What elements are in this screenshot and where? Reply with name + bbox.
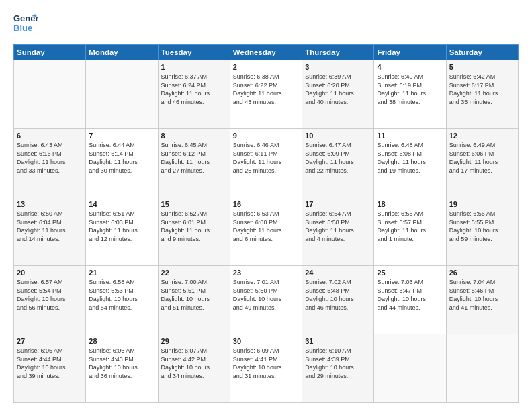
calendar-day-2: 2Sunrise: 6:38 AM Sunset: 6:22 PM Daylig… bbox=[230, 60, 302, 129]
day-number: 10 bbox=[305, 132, 371, 140]
day-info: Sunrise: 6:51 AM Sunset: 6:03 PM Dayligh… bbox=[89, 210, 154, 243]
day-number: 19 bbox=[449, 200, 515, 208]
day-info: Sunrise: 6:46 AM Sunset: 6:11 PM Dayligh… bbox=[233, 141, 299, 175]
calendar-day-1: 1Sunrise: 6:37 AM Sunset: 6:24 PM Daylig… bbox=[158, 60, 230, 129]
calendar-day-20: 20Sunrise: 6:57 AM Sunset: 5:54 PM Dayli… bbox=[14, 266, 86, 334]
calendar-day-14: 14Sunrise: 6:51 AM Sunset: 6:03 PM Dayli… bbox=[86, 197, 158, 266]
day-info: Sunrise: 6:39 AM Sunset: 6:20 PM Dayligh… bbox=[305, 73, 371, 106]
calendar-week-3: 13Sunrise: 6:50 AM Sunset: 6:04 PM Dayli… bbox=[14, 197, 519, 266]
calendar-day-30: 30Sunrise: 6:09 AM Sunset: 4:41 PM Dayli… bbox=[230, 334, 302, 403]
calendar-day-3: 3Sunrise: 6:39 AM Sunset: 6:20 PM Daylig… bbox=[302, 60, 374, 129]
day-number: 26 bbox=[449, 269, 515, 277]
calendar-day-12: 12Sunrise: 6:49 AM Sunset: 6:06 PM Dayli… bbox=[446, 129, 518, 197]
calendar-day-31: 31Sunrise: 6:10 AM Sunset: 4:39 PM Dayli… bbox=[302, 334, 374, 403]
day-number: 31 bbox=[305, 337, 371, 345]
day-number: 9 bbox=[233, 132, 299, 140]
header-thursday: Thursday bbox=[302, 45, 374, 60]
calendar-empty bbox=[14, 60, 86, 129]
day-info: Sunrise: 6:44 AM Sunset: 6:14 PM Dayligh… bbox=[89, 141, 154, 175]
day-number: 14 bbox=[89, 200, 154, 208]
day-number: 18 bbox=[377, 200, 443, 208]
calendar-day-19: 19Sunrise: 6:56 AM Sunset: 5:55 PM Dayli… bbox=[446, 197, 518, 266]
day-number: 30 bbox=[233, 337, 299, 345]
day-info: Sunrise: 6:40 AM Sunset: 6:19 PM Dayligh… bbox=[377, 73, 443, 106]
calendar-day-21: 21Sunrise: 6:58 AM Sunset: 5:53 PM Dayli… bbox=[86, 266, 158, 334]
day-info: Sunrise: 6:42 AM Sunset: 6:17 PM Dayligh… bbox=[449, 73, 515, 106]
calendar-week-4: 20Sunrise: 6:57 AM Sunset: 5:54 PM Dayli… bbox=[14, 266, 519, 334]
day-info: Sunrise: 6:53 AM Sunset: 6:00 PM Dayligh… bbox=[233, 210, 299, 243]
day-number: 17 bbox=[305, 200, 371, 208]
calendar-header-row: SundayMondayTuesdayWednesdayThursdayFrid… bbox=[14, 45, 519, 60]
day-info: Sunrise: 6:45 AM Sunset: 6:12 PM Dayligh… bbox=[161, 141, 227, 175]
day-info: Sunrise: 6:52 AM Sunset: 6:01 PM Dayligh… bbox=[161, 210, 227, 243]
calendar-day-8: 8Sunrise: 6:45 AM Sunset: 6:12 PM Daylig… bbox=[158, 129, 230, 197]
day-info: Sunrise: 6:06 AM Sunset: 4:43 PM Dayligh… bbox=[89, 347, 154, 380]
day-info: Sunrise: 6:49 AM Sunset: 6:06 PM Dayligh… bbox=[449, 141, 515, 175]
day-number: 11 bbox=[377, 132, 443, 140]
calendar-day-24: 24Sunrise: 7:02 AM Sunset: 5:48 PM Dayli… bbox=[302, 266, 374, 334]
calendar-week-1: 1Sunrise: 6:37 AM Sunset: 6:24 PM Daylig… bbox=[14, 60, 519, 129]
logo: General Blue bbox=[13, 11, 38, 38]
day-number: 7 bbox=[89, 132, 154, 140]
calendar-day-16: 16Sunrise: 6:53 AM Sunset: 6:00 PM Dayli… bbox=[230, 197, 302, 266]
day-info: Sunrise: 6:54 AM Sunset: 5:58 PM Dayligh… bbox=[305, 210, 371, 243]
header-saturday: Saturday bbox=[446, 45, 518, 60]
day-number: 13 bbox=[17, 200, 83, 208]
calendar-day-6: 6Sunrise: 6:43 AM Sunset: 6:16 PM Daylig… bbox=[14, 129, 86, 197]
day-number: 5 bbox=[449, 63, 515, 71]
calendar-day-5: 5Sunrise: 6:42 AM Sunset: 6:17 PM Daylig… bbox=[446, 60, 518, 129]
day-number: 27 bbox=[17, 337, 83, 345]
calendar-day-26: 26Sunrise: 7:04 AM Sunset: 5:46 PM Dayli… bbox=[446, 266, 518, 334]
calendar-day-27: 27Sunrise: 6:05 AM Sunset: 4:44 PM Dayli… bbox=[14, 334, 86, 403]
header-sunday: Sunday bbox=[14, 45, 86, 60]
day-number: 29 bbox=[161, 337, 227, 345]
calendar-week-2: 6Sunrise: 6:43 AM Sunset: 6:16 PM Daylig… bbox=[14, 129, 519, 197]
logo-icon: General Blue bbox=[13, 11, 38, 35]
day-info: Sunrise: 7:02 AM Sunset: 5:48 PM Dayligh… bbox=[305, 278, 371, 312]
day-number: 12 bbox=[449, 132, 515, 140]
day-info: Sunrise: 6:55 AM Sunset: 5:57 PM Dayligh… bbox=[377, 210, 443, 243]
calendar-day-22: 22Sunrise: 7:00 AM Sunset: 5:51 PM Dayli… bbox=[158, 266, 230, 334]
day-number: 24 bbox=[305, 269, 371, 277]
day-info: Sunrise: 7:03 AM Sunset: 5:47 PM Dayligh… bbox=[377, 278, 443, 312]
calendar-day-7: 7Sunrise: 6:44 AM Sunset: 6:14 PM Daylig… bbox=[86, 129, 158, 197]
day-number: 4 bbox=[377, 63, 443, 71]
calendar-empty bbox=[374, 334, 446, 403]
day-number: 25 bbox=[377, 269, 443, 277]
day-number: 15 bbox=[161, 200, 227, 208]
header-tuesday: Tuesday bbox=[158, 45, 230, 60]
day-info: Sunrise: 6:50 AM Sunset: 6:04 PM Dayligh… bbox=[17, 210, 83, 243]
calendar-empty bbox=[86, 60, 158, 129]
calendar-day-10: 10Sunrise: 6:47 AM Sunset: 6:09 PM Dayli… bbox=[302, 129, 374, 197]
day-info: Sunrise: 6:43 AM Sunset: 6:16 PM Dayligh… bbox=[17, 141, 83, 175]
day-number: 8 bbox=[161, 132, 227, 140]
day-info: Sunrise: 6:07 AM Sunset: 4:42 PM Dayligh… bbox=[161, 347, 227, 380]
header: General Blue bbox=[13, 11, 519, 38]
day-info: Sunrise: 6:05 AM Sunset: 4:44 PM Dayligh… bbox=[17, 347, 83, 380]
calendar-day-4: 4Sunrise: 6:40 AM Sunset: 6:19 PM Daylig… bbox=[374, 60, 446, 129]
header-monday: Monday bbox=[86, 45, 158, 60]
calendar-day-23: 23Sunrise: 7:01 AM Sunset: 5:50 PM Dayli… bbox=[230, 266, 302, 334]
day-number: 3 bbox=[305, 63, 371, 71]
svg-text:Blue: Blue bbox=[13, 23, 32, 33]
day-info: Sunrise: 6:47 AM Sunset: 6:09 PM Dayligh… bbox=[305, 141, 371, 175]
day-info: Sunrise: 7:00 AM Sunset: 5:51 PM Dayligh… bbox=[161, 278, 227, 312]
calendar-day-9: 9Sunrise: 6:46 AM Sunset: 6:11 PM Daylig… bbox=[230, 129, 302, 197]
day-info: Sunrise: 7:04 AM Sunset: 5:46 PM Dayligh… bbox=[449, 278, 515, 312]
day-number: 28 bbox=[89, 337, 154, 345]
day-number: 1 bbox=[161, 63, 227, 71]
day-info: Sunrise: 6:38 AM Sunset: 6:22 PM Dayligh… bbox=[233, 73, 299, 106]
day-info: Sunrise: 6:09 AM Sunset: 4:41 PM Dayligh… bbox=[233, 347, 299, 380]
day-info: Sunrise: 7:01 AM Sunset: 5:50 PM Dayligh… bbox=[233, 278, 299, 312]
day-number: 2 bbox=[233, 63, 299, 71]
calendar-week-5: 27Sunrise: 6:05 AM Sunset: 4:44 PM Dayli… bbox=[14, 334, 519, 403]
calendar-day-18: 18Sunrise: 6:55 AM Sunset: 5:57 PM Dayli… bbox=[374, 197, 446, 266]
calendar-day-17: 17Sunrise: 6:54 AM Sunset: 5:58 PM Dayli… bbox=[302, 197, 374, 266]
day-info: Sunrise: 6:48 AM Sunset: 6:08 PM Dayligh… bbox=[377, 141, 443, 175]
header-friday: Friday bbox=[374, 45, 446, 60]
calendar-day-15: 15Sunrise: 6:52 AM Sunset: 6:01 PM Dayli… bbox=[158, 197, 230, 266]
day-number: 16 bbox=[233, 200, 299, 208]
calendar-table: SundayMondayTuesdayWednesdayThursdayFrid… bbox=[13, 44, 519, 403]
calendar-day-13: 13Sunrise: 6:50 AM Sunset: 6:04 PM Dayli… bbox=[14, 197, 86, 266]
calendar-day-29: 29Sunrise: 6:07 AM Sunset: 4:42 PM Dayli… bbox=[158, 334, 230, 403]
